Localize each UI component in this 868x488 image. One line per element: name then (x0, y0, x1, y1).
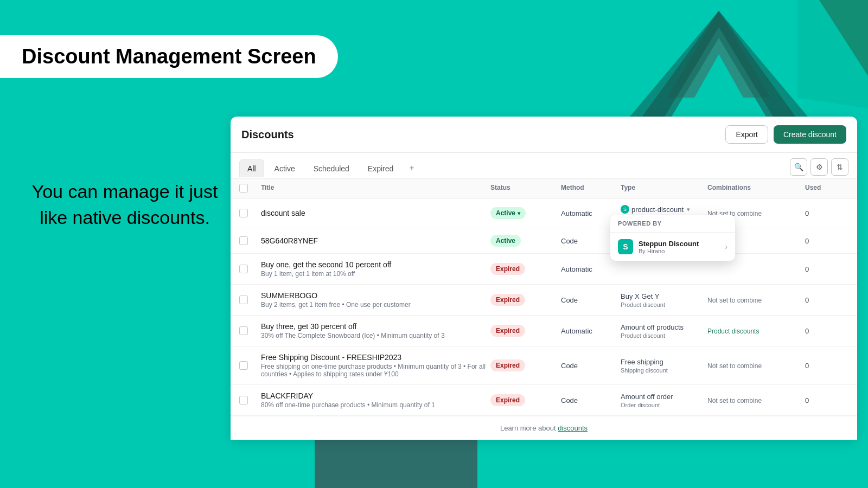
row5-subtitle: 30% off The Complete Snowboard (Ice) • M… (261, 332, 490, 339)
col-combinations: Combinations (707, 184, 805, 192)
row3-status-badge[interactable]: Expired (490, 263, 525, 275)
row5-title[interactable]: Buy three, get 30 percent off (261, 322, 490, 331)
row3-status-cell: Expired (490, 263, 561, 275)
row5-status-text: Expired (496, 327, 520, 335)
row1-type[interactable]: product-discount (631, 206, 684, 214)
row4-combinations-cell: Not set to combine (707, 295, 805, 305)
row6-title-cell: Free Shipping Discount - FREESHIP2023 Fr… (261, 353, 490, 378)
popover-item-sub: By Hirano (639, 248, 719, 254)
row7-checkbox[interactable] (239, 396, 248, 404)
subtitle: You can manage it just like native disco… (16, 179, 233, 230)
export-button[interactable]: Export (725, 125, 768, 144)
row7-type: Amount off order (621, 393, 707, 401)
table-row: Free Shipping Discount - FREESHIP2023 Fr… (231, 346, 857, 385)
row4-subtitle: Buy 2 items, get 1 item free • One use p… (261, 301, 490, 309)
panel-footer: Learn more about discounts (231, 416, 857, 440)
page-title: Discount Management Screen (22, 45, 316, 68)
row2-used: 0 (805, 237, 809, 245)
row1-title[interactable]: discount sale (261, 209, 490, 217)
popover-steppun-item[interactable]: S Steppun Discount By Hirano › (610, 233, 735, 261)
subtitle-line1: You can manage it just (32, 181, 218, 202)
row4-title-cell: SUMMERBOGO Buy 2 items, get 1 item free … (261, 291, 490, 309)
tabs-bar: All Active Scheduled Expired + 🔍 ⚙ ⇅ (231, 153, 857, 178)
row1-status-cell: Active ▾ (490, 207, 561, 219)
tab-scheduled[interactable]: Scheduled (305, 159, 358, 177)
row5-method: Automatic (561, 327, 592, 335)
row5-type-sub: Product discount (621, 332, 707, 339)
row6-method: Code (561, 362, 578, 370)
tab-all[interactable]: All (239, 159, 264, 177)
row7-used: 0 (805, 396, 809, 404)
row1-checkbox[interactable] (239, 209, 248, 217)
row5-status-badge[interactable]: Expired (490, 325, 525, 337)
row1-status-badge[interactable]: Active ▾ (490, 207, 526, 219)
row2-title-cell: 58G640R8YNEF (261, 236, 490, 245)
tab-expired[interactable]: Expired (360, 159, 401, 177)
row7-status-cell: Expired (490, 394, 561, 406)
row5-used-cell: 0 (805, 326, 848, 336)
row4-checkbox-cell (239, 296, 261, 304)
row6-status-text: Expired (496, 362, 520, 369)
row2-status-text: Active (496, 237, 515, 245)
row2-title[interactable]: 58G640R8YNEF (261, 236, 490, 245)
sort-button[interactable]: ⇅ (831, 158, 848, 176)
row4-combinations: Not set to combine (707, 297, 762, 304)
row7-method: Code (561, 396, 578, 404)
row7-combinations-cell: Not set to combine (707, 395, 805, 405)
row6-title[interactable]: Free Shipping Discount - FREESHIP2023 (261, 353, 490, 362)
row6-status-badge[interactable]: Expired (490, 359, 525, 371)
table-row: SUMMERBOGO Buy 2 items, get 1 item free … (231, 285, 857, 316)
row4-method: Code (561, 296, 578, 304)
select-all-checkbox[interactable] (239, 184, 248, 192)
row6-checkbox[interactable] (239, 361, 248, 370)
row3-checkbox[interactable] (239, 265, 248, 273)
row7-status-badge[interactable]: Expired (490, 394, 525, 406)
row3-title[interactable]: Buy one, get the second 10 percent off (261, 260, 490, 269)
row6-status-cell: Expired (490, 359, 561, 371)
row3-checkbox-cell (239, 265, 261, 273)
search-button[interactable]: 🔍 (790, 158, 807, 176)
table-header: Title Status Method Type Combinations Us… (231, 178, 857, 198)
row5-status-cell: Expired (490, 325, 561, 337)
row4-title[interactable]: SUMMERBOGO (261, 291, 490, 300)
row7-type-sub: Order discount (621, 402, 707, 408)
tab-add[interactable]: + (404, 159, 419, 177)
row5-checkbox[interactable] (239, 326, 248, 335)
row5-used: 0 (805, 327, 809, 335)
status-dropdown-arrow[interactable]: ▾ (518, 210, 520, 216)
table-row: Buy three, get 30 percent off 30% off Th… (231, 316, 857, 346)
footer-link[interactable]: discounts (558, 424, 588, 432)
row4-type-cell: Buy X Get Y Product discount (621, 292, 707, 308)
row3-status-text: Expired (496, 265, 520, 273)
row4-status-text: Expired (496, 296, 520, 304)
row2-used-cell: 0 (805, 236, 848, 246)
popover-item-title: Steppun Discount (639, 240, 719, 248)
row1-checkbox-cell (239, 209, 261, 217)
table-row: Buy one, get the second 10 percent off B… (231, 254, 857, 285)
row2-checkbox[interactable] (239, 236, 248, 245)
row2-method: Code (561, 237, 578, 245)
table-row: BLACKFRIDAY 80% off one-time purchase pr… (231, 385, 857, 416)
filter-button[interactable]: ⚙ (810, 158, 828, 176)
row2-status-badge[interactable]: Active (490, 235, 521, 247)
row1-title-cell: discount sale (261, 209, 490, 217)
row5-combinations: Product discounts (707, 328, 759, 335)
row4-checkbox[interactable] (239, 296, 248, 304)
row7-title[interactable]: BLACKFRIDAY (261, 391, 490, 400)
popover-logo-text: S (623, 242, 628, 251)
type-popover: POWERED BY S Steppun Discount By Hirano … (610, 215, 735, 261)
row5-method-cell: Automatic (561, 326, 621, 336)
row7-method-cell: Code (561, 395, 621, 405)
row4-status-badge[interactable]: Expired (490, 294, 525, 306)
col-title: Title (261, 184, 490, 192)
row4-method-cell: Code (561, 295, 621, 305)
popover-header: POWERED BY (610, 215, 735, 233)
create-discount-button[interactable]: Create discount (774, 125, 846, 144)
panel-header: Discounts Export Create discount (231, 117, 857, 153)
row3-method: Automatic (561, 265, 592, 273)
type-dropdown-chevron[interactable]: ▾ (687, 206, 690, 213)
row4-used: 0 (805, 296, 809, 304)
tab-active[interactable]: Active (266, 159, 303, 177)
row1-type-container: S product-discount ▾ (621, 205, 707, 214)
table-row: discount sale Active ▾ Automatic S produ… (231, 198, 857, 228)
